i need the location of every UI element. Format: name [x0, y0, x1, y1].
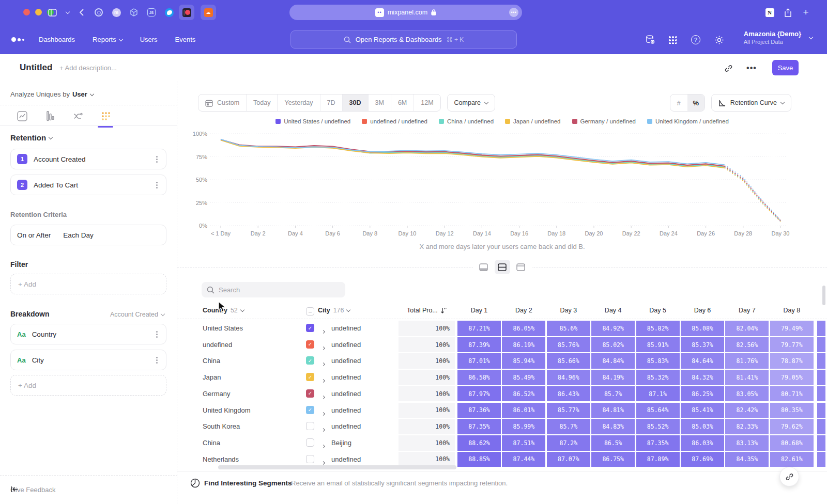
- country-cell[interactable]: China: [203, 357, 220, 365]
- city-cell[interactable]: undefined: [331, 373, 361, 381]
- city-cell[interactable]: undefined: [331, 357, 361, 365]
- retention-cell[interactable]: 85.83%: [636, 353, 680, 369]
- expand-row-icon[interactable]: [322, 457, 325, 466]
- retention-cell[interactable]: 84.35%: [725, 452, 769, 467]
- retention-cell[interactable]: 85.99%: [502, 419, 545, 434]
- series-checkbox[interactable]: ✓: [306, 340, 314, 349]
- country-cell[interactable]: South Korea: [203, 422, 240, 430]
- settings-gear-icon[interactable]: [713, 34, 725, 46]
- series-checkbox[interactable]: ✓: [306, 406, 314, 414]
- retention-cell[interactable]: 87.39%: [457, 337, 501, 353]
- add-description[interactable]: + Add description...: [59, 64, 117, 72]
- day-column-header[interactable]: Day 2: [502, 307, 545, 314]
- back-icon[interactable]: [75, 7, 87, 18]
- mixpanel-logo[interactable]: [11, 37, 24, 42]
- retention-cell[interactable]: 87.21%: [457, 321, 501, 336]
- mode-percent[interactable]: %: [687, 94, 705, 111]
- range-today[interactable]: Today: [247, 94, 278, 111]
- retention-cell[interactable]: 88.85%: [457, 452, 501, 467]
- retention-cell-partial[interactable]: [817, 386, 825, 402]
- expand-row-icon[interactable]: [322, 375, 325, 384]
- report-title[interactable]: Untitled: [20, 62, 52, 73]
- series-checkbox[interactable]: ✓: [306, 389, 314, 398]
- retention-cell[interactable]: 84.64%: [681, 353, 724, 369]
- city-cell[interactable]: undefined: [331, 341, 361, 349]
- expand-row-icon[interactable]: [322, 408, 325, 417]
- breakdown-country[interactable]: Aa Country: [10, 324, 166, 344]
- table-search-input[interactable]: [219, 286, 322, 294]
- retention-cell[interactable]: 82.42%: [725, 403, 769, 418]
- city-column-header[interactable]: City 176: [318, 307, 350, 314]
- retention-cell[interactable]: 87.36%: [457, 403, 501, 418]
- step-account-created[interactable]: 1 Account Created: [10, 149, 166, 169]
- retention-cell[interactable]: 85.08%: [681, 321, 724, 336]
- more-actions-icon[interactable]: •••: [746, 62, 757, 74]
- range-6m[interactable]: 6M: [391, 94, 414, 111]
- series-checkbox[interactable]: ✓: [306, 324, 314, 332]
- day-column-header[interactable]: Day 3: [547, 307, 590, 314]
- new-tab-icon[interactable]: +: [800, 7, 811, 18]
- global-search[interactable]: Open Reports & Dashboards ⌘ + K: [290, 30, 517, 49]
- retention-cell[interactable]: 86.03%: [681, 435, 724, 451]
- retention-cell[interactable]: 84.83%: [591, 419, 635, 434]
- retention-cell-partial[interactable]: [817, 435, 825, 451]
- total-cell[interactable]: 100%: [399, 419, 455, 434]
- tab-flows-icon[interactable]: [71, 109, 85, 123]
- tab-retention-icon[interactable]: [99, 109, 113, 123]
- retention-cell[interactable]: 85.91%: [636, 337, 680, 353]
- retention-cell[interactable]: 86.58%: [457, 370, 501, 385]
- retention-cell[interactable]: 86.01%: [502, 403, 545, 418]
- retention-cell[interactable]: 85.02%: [591, 337, 635, 353]
- share-icon[interactable]: [782, 7, 793, 18]
- segments-title[interactable]: Find Interesting Segments: [204, 479, 292, 487]
- series-checkbox[interactable]: ✓: [306, 373, 314, 381]
- range-3m[interactable]: 3M: [369, 94, 391, 111]
- expand-row-icon[interactable]: [322, 424, 325, 433]
- retention-cell[interactable]: 87.44%: [502, 452, 545, 467]
- retention-cell[interactable]: 84.96%: [547, 370, 590, 385]
- profile-m-favicon[interactable]: m: [111, 7, 122, 18]
- retention-cell[interactable]: 85.52%: [636, 419, 680, 434]
- retention-cell[interactable]: 87.51%: [502, 435, 545, 451]
- retention-cell[interactable]: 85.37%: [681, 337, 724, 353]
- retention-cell[interactable]: 87.1%: [636, 386, 680, 402]
- expand-row-icon[interactable]: [322, 391, 325, 401]
- nav-item-dashboards[interactable]: Dashboards: [39, 36, 75, 43]
- breakdown-event-selector[interactable]: Account Created: [110, 311, 164, 318]
- range-12m[interactable]: 12M: [414, 94, 440, 111]
- retention-cell[interactable]: 84.84%: [591, 353, 635, 369]
- save-button[interactable]: Save: [772, 60, 799, 75]
- retention-cell[interactable]: 87.69%: [681, 452, 724, 467]
- address-bar[interactable]: •• mixpanel.com •••: [289, 5, 522, 20]
- tabs-chevron-icon[interactable]: [60, 7, 72, 18]
- retention-cell[interactable]: 84.81%: [591, 403, 635, 418]
- retention-cell-partial[interactable]: [817, 419, 825, 434]
- expand-row-icon[interactable]: [322, 326, 325, 335]
- retention-cell-partial[interactable]: [817, 403, 825, 418]
- data-management-icon[interactable]: [644, 34, 656, 46]
- help-icon[interactable]: ?: [690, 34, 702, 46]
- notion-icon[interactable]: N: [764, 7, 775, 18]
- retention-cell[interactable]: 85.41%: [681, 403, 724, 418]
- legend-item[interactable]: China / undefined: [439, 118, 494, 124]
- city-cell[interactable]: Beijing: [331, 439, 351, 447]
- range-yesterday[interactable]: Yesterday: [278, 94, 320, 111]
- vertical-scrollbar[interactable]: [822, 286, 825, 305]
- retention-cell[interactable]: 86.5%: [591, 435, 635, 451]
- retention-cell[interactable]: 85.64%: [636, 403, 680, 418]
- total-cell[interactable]: 100%: [399, 337, 455, 353]
- apps-grid-icon[interactable]: [666, 34, 679, 46]
- javascript-favicon[interactable]: JS: [146, 7, 157, 18]
- legend-item[interactable]: United Kingdom / undefined: [647, 118, 729, 124]
- day-column-header[interactable]: Day 6: [681, 307, 724, 314]
- retention-cell[interactable]: 85.76%: [547, 337, 590, 353]
- retention-cell[interactable]: 88.62%: [457, 435, 501, 451]
- range-7d[interactable]: 7D: [320, 94, 343, 111]
- retention-cell[interactable]: 80.35%: [770, 403, 814, 418]
- series-checkbox[interactable]: [306, 455, 314, 463]
- retention-cell[interactable]: 81.41%: [725, 370, 769, 385]
- retention-cell[interactable]: 79.77%: [770, 337, 814, 353]
- legend-item[interactable]: undefined / undefined: [362, 118, 427, 124]
- chart-type-selector[interactable]: Retention Curve: [711, 94, 791, 112]
- retention-cell[interactable]: 79.05%: [770, 370, 814, 385]
